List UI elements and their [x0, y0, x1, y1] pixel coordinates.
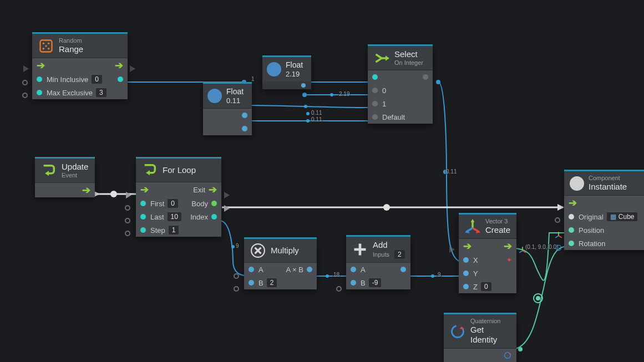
original-label: Original: [579, 213, 604, 221]
port-marker: [336, 286, 342, 292]
original-port[interactable]: [569, 214, 574, 220]
output-port[interactable]: [423, 74, 428, 80]
input-port[interactable]: [372, 101, 378, 106]
default-label: Default: [382, 113, 405, 121]
node-float-a[interactable]: Float 2.19: [262, 55, 311, 89]
svg-point-18: [326, 274, 329, 278]
flow-in-icon[interactable]: ➔: [569, 198, 577, 208]
input-port[interactable]: [37, 77, 42, 82]
flow-exit-icon[interactable]: ➔: [209, 185, 217, 195]
svg-point-26: [48, 42, 50, 44]
result-port[interactable]: [400, 267, 406, 272]
wire-label: 2.19: [338, 91, 351, 97]
flow-in-icon[interactable]: ➔: [37, 60, 45, 70]
port-marker: [125, 231, 130, 236]
index-port[interactable]: [211, 214, 217, 220]
a-port[interactable]: [351, 267, 356, 272]
port-marker: [125, 218, 130, 223]
node-subtitle: Component: [589, 175, 627, 182]
dice-icon: [38, 38, 54, 54]
step-port[interactable]: [140, 227, 146, 233]
node-subtitle: Event: [62, 172, 88, 179]
port-marker: [125, 205, 130, 211]
rotate-icon: [449, 323, 466, 340]
svg-point-8: [306, 119, 310, 123]
x-port[interactable]: [463, 257, 469, 263]
svg-marker-31: [45, 171, 49, 176]
node-quaternion-identity[interactable]: Quaternion Get Identity: [444, 313, 516, 362]
input-port[interactable]: [37, 90, 42, 95]
float-icon: [207, 89, 222, 103]
node-instantiate[interactable]: Component Instantiate ➔ Original ▦ Cube …: [564, 170, 644, 250]
node-title: Update: [62, 162, 88, 172]
output-port[interactable]: [242, 126, 247, 131]
input-port[interactable]: [372, 88, 378, 93]
float-icon: [267, 62, 281, 77]
position-port[interactable]: [569, 227, 574, 233]
b-value[interactable]: -9: [369, 278, 382, 287]
b-value[interactable]: 2: [267, 278, 277, 287]
output-port[interactable]: [118, 77, 123, 82]
first-port[interactable]: [140, 201, 146, 206]
flow-out-icon[interactable]: ➔: [504, 241, 512, 251]
node-random-range[interactable]: Random Range ➔ ➔ Min Inclusive 0 Max Exc…: [32, 32, 128, 99]
flow-out-icon[interactable]: ➔: [115, 60, 123, 70]
b-port[interactable]: [249, 280, 254, 285]
float-value[interactable]: 2.19: [286, 70, 303, 79]
svg-point-3: [302, 93, 307, 97]
first-value[interactable]: 0: [168, 199, 178, 208]
input-port[interactable]: [372, 114, 378, 120]
flow-in-icon[interactable]: ➔: [140, 185, 149, 195]
z-value[interactable]: 0: [481, 282, 491, 291]
node-title: Instantiate: [589, 182, 627, 192]
wire-label: (0.1, 9.0, 0.0): [524, 244, 559, 250]
node-select[interactable]: Select On Integer 0 1 Default: [368, 44, 433, 124]
rotation-label: Rotation: [579, 239, 605, 248]
float-value[interactable]: 0.11: [226, 96, 244, 105]
a-port[interactable]: [249, 267, 254, 272]
loop-icon: [141, 162, 158, 179]
node-multiply[interactable]: Multiply A A × B B 2: [244, 237, 317, 289]
step-value[interactable]: 1: [169, 226, 179, 234]
rotation-port[interactable]: [569, 241, 574, 246]
output-port[interactable]: [301, 83, 306, 88]
y-label: Y: [473, 269, 478, 278]
z-port[interactable]: [463, 284, 469, 289]
axes-mini-icon: ✦: [506, 256, 512, 264]
a-label: A: [361, 266, 366, 274]
selector-port[interactable]: [372, 74, 378, 80]
a-label: A: [258, 266, 263, 274]
original-value[interactable]: ▦ Cube: [607, 212, 638, 221]
node-float-b[interactable]: Float 0.11: [203, 82, 252, 135]
last-port[interactable]: [140, 214, 146, 220]
svg-marker-34: [471, 219, 475, 222]
node-for-loop[interactable]: For Loop ➔ Exit ➔ First 0 Body Last 10 I…: [136, 157, 221, 237]
body-label: Body: [191, 200, 208, 208]
z-label: Z: [473, 283, 478, 291]
flow-in-marker: [126, 192, 131, 198]
wire-label: 0.11: [310, 110, 323, 116]
flow-in-icon[interactable]: ➔: [463, 241, 471, 251]
merge-icon: [373, 50, 390, 67]
svg-point-4: [330, 93, 333, 96]
y-port[interactable]: [463, 271, 469, 276]
svg-point-23: [518, 347, 523, 351]
node-update[interactable]: Update Event ➔: [35, 157, 95, 197]
body-port[interactable]: [211, 201, 217, 206]
output-port[interactable]: [242, 113, 247, 118]
flow-exit-marker: [224, 192, 230, 198]
svg-point-21: [534, 294, 542, 303]
min-value[interactable]: 0: [92, 75, 102, 84]
b-port[interactable]: [351, 280, 356, 285]
inputs-row: Inputs 2: [373, 250, 405, 259]
inputs-value[interactable]: 2: [394, 250, 405, 259]
node-add[interactable]: Add Inputs 2 A B -9: [346, 235, 410, 289]
max-value[interactable]: 3: [96, 88, 107, 97]
node-vector3-create[interactable]: Vector 3 Create ➔ ➔ X ✦ Y Z 0: [459, 213, 516, 293]
rotate-in-icon: [555, 244, 562, 252]
node-title: Get Identity: [470, 325, 511, 345]
svg-point-6: [304, 105, 307, 108]
result-port[interactable]: [307, 267, 312, 272]
flow-out-icon[interactable]: ➔: [82, 185, 90, 195]
last-value[interactable]: 10: [168, 212, 181, 221]
